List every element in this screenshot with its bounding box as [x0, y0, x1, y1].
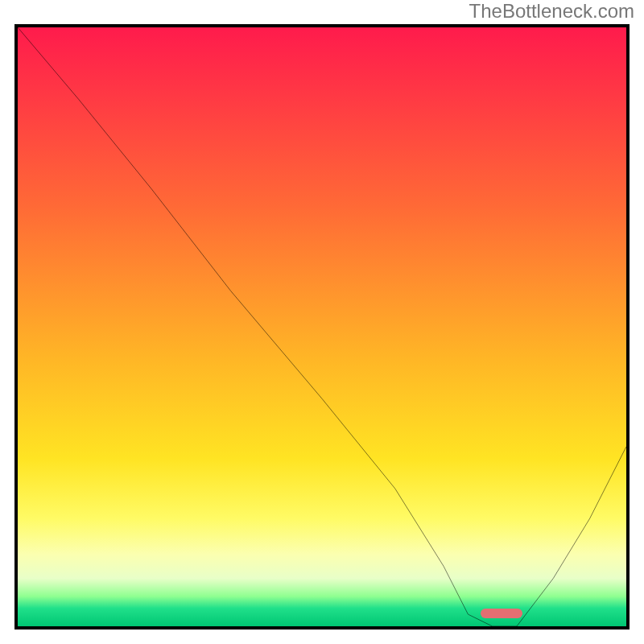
bottleneck-curve: [18, 27, 626, 626]
chart-root: TheBottleneck.com: [0, 0, 644, 644]
plot-area: [14, 24, 630, 630]
curve-layer: [18, 27, 626, 626]
optimal-marker: [481, 609, 523, 618]
attribution-text: TheBottleneck.com: [469, 0, 634, 23]
